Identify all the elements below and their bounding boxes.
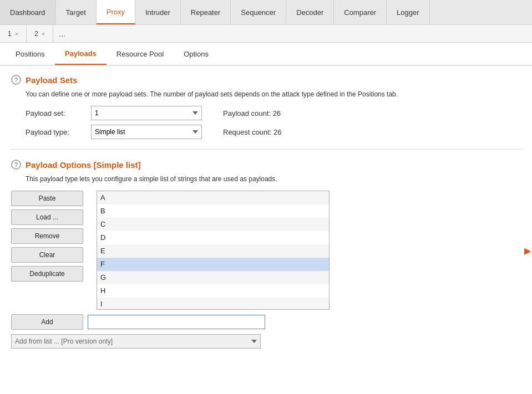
add-from-list-select[interactable]: Add from list ... [Pro version only] (11, 334, 261, 349)
payload-set-label: Payload set: (26, 109, 87, 117)
payload-set-row: Payload set: 1 Payload count: 26 (26, 106, 521, 120)
nav-repeater[interactable]: Repeater (181, 0, 231, 24)
section-divider-1 (11, 149, 521, 150)
payload-count-label: Payload count: 26 (223, 109, 281, 117)
tab-more[interactable]: ... (53, 25, 71, 42)
paste-button[interactable]: Paste (11, 191, 83, 206)
tab-2-close[interactable]: × (42, 30, 45, 37)
list-item[interactable]: E (97, 244, 329, 258)
list-item[interactable]: H (97, 284, 329, 298)
payload-sets-help-icon[interactable]: ? (11, 75, 21, 85)
add-input[interactable] (88, 315, 265, 329)
payload-list[interactable]: ABCDEFGHIJK (97, 191, 330, 310)
payload-options-area: Paste Load ... Remove Clear Deduplicate … (11, 191, 521, 310)
list-item[interactable]: G (97, 271, 329, 284)
main-content: ? Payload Sets You can define one or mor… (0, 66, 532, 394)
list-item[interactable]: I (97, 298, 329, 310)
nav-target[interactable]: Target (56, 0, 97, 24)
scroll-arrow-icon: ▶ (524, 245, 531, 255)
list-item[interactable]: C (97, 218, 329, 231)
nav-intruder[interactable]: Intruder (135, 0, 181, 24)
payload-sets-description: You can define one or more payload sets.… (26, 90, 521, 98)
payload-options-header: ? Payload Options [Simple list] (11, 160, 521, 170)
payload-options-title: Payload Options [Simple list] (26, 160, 141, 170)
add-from-list-row: Add from list ... [Pro version only] (11, 334, 521, 349)
deduplicate-button[interactable]: Deduplicate (11, 266, 83, 282)
payload-sets-header: ? Payload Sets (11, 75, 521, 85)
nav-comparer[interactable]: Comparer (334, 0, 387, 24)
tab-positions[interactable]: Positions (6, 43, 55, 65)
payload-options-help-icon[interactable]: ? (11, 160, 21, 170)
tab-2[interactable]: 2 × (27, 25, 53, 42)
remove-button[interactable]: Remove (11, 228, 83, 244)
payload-set-select[interactable]: 1 (91, 106, 202, 120)
payload-options-description: This payload type lets you configure a s… (26, 175, 521, 183)
tab-1-close[interactable]: × (15, 30, 18, 37)
top-nav: Dashboard Target Proxy Intruder Repeater… (0, 0, 532, 25)
tab-1[interactable]: 1 × (0, 25, 27, 42)
tab-resource-pool[interactable]: Resource Pool (107, 43, 174, 65)
list-item[interactable]: A (97, 191, 329, 204)
list-item[interactable]: F (97, 258, 329, 271)
nav-dashboard[interactable]: Dashboard (0, 0, 56, 24)
nav-decoder[interactable]: Decoder (286, 0, 334, 24)
clear-button[interactable]: Clear (11, 247, 83, 263)
payload-sets-title: Payload Sets (26, 75, 77, 85)
buttons-column: Paste Load ... Remove Clear Deduplicate (11, 191, 89, 310)
list-item[interactable]: D (97, 231, 329, 244)
payload-type-row: Payload type: Simple list Request count:… (26, 125, 521, 139)
nav-sequencer[interactable]: Sequencer (231, 0, 286, 24)
list-container: ABCDEFGHIJK ▶ (97, 191, 521, 310)
sub-tabs: Positions Payloads Resource Pool Options (0, 43, 532, 66)
add-button[interactable]: Add (11, 314, 83, 330)
add-row: Add (11, 314, 521, 330)
payload-type-label: Payload type: (26, 128, 87, 136)
tab-payloads[interactable]: Payloads (55, 43, 107, 65)
tab-bar: 1 × 2 × ... (0, 25, 532, 43)
payload-type-select[interactable]: Simple list (91, 125, 202, 139)
list-item[interactable]: B (97, 204, 329, 218)
tab-options[interactable]: Options (174, 43, 219, 65)
load-button[interactable]: Load ... (11, 209, 83, 225)
nav-logger[interactable]: Logger (387, 0, 429, 24)
request-count-label: Request count: 26 (223, 128, 282, 136)
nav-proxy[interactable]: Proxy (97, 0, 135, 24)
